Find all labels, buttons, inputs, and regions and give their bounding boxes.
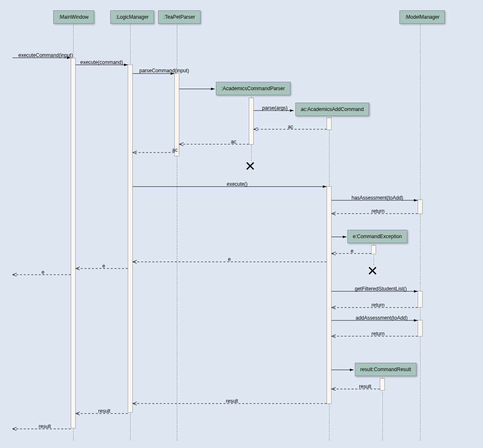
activation-academicscommandparser <box>249 98 254 145</box>
lifeline-modelmanager <box>420 25 421 441</box>
msg-label: e <box>42 269 45 275</box>
participant-teapetparser: :TeaPetParser <box>158 10 201 24</box>
msg-label: result <box>359 384 371 389</box>
msg-label: result <box>98 408 110 414</box>
activation-logicmanager <box>128 64 133 413</box>
participant-logicmanager: :LogicManager <box>110 10 154 24</box>
msg-label: execute(command) <box>80 59 123 65</box>
msg-label: return <box>372 302 384 308</box>
msg-label: return <box>372 208 384 214</box>
msg-label: ac <box>288 124 293 130</box>
msg-label: executeCommand(input) <box>18 52 73 58</box>
destroy-icon: ✕ <box>245 160 256 173</box>
msg-label: e <box>351 248 354 254</box>
participant-academicsaddcommand: ac:AcademicsAddCommand <box>295 103 369 116</box>
msg-label: parseCommand(input) <box>139 68 189 74</box>
msg-label: result <box>226 398 238 404</box>
msg-label: e <box>102 263 105 269</box>
msg-label: execute() <box>227 181 248 187</box>
msg-label: return <box>372 331 384 337</box>
msg-label: hasAssessment(toAdd) <box>352 195 403 201</box>
msg-label: ac <box>172 147 178 153</box>
activation-commandexception <box>371 245 376 254</box>
activation-modelmanager-1 <box>418 199 423 214</box>
msg-label: getFilteredStudentList() <box>355 286 407 292</box>
participant-academicscommandparser: :AcademicsCommandParser <box>216 82 290 95</box>
participant-commandresult: result:CommandResult <box>355 363 416 376</box>
participant-commandexception: e:CommandException <box>347 230 407 243</box>
participant-mainwindow: :MainWindow <box>53 10 94 24</box>
activation-modelmanager-3 <box>418 320 423 337</box>
activation-academicsaddcommand-1 <box>327 118 332 130</box>
participant-modelmanager: :ModelManager <box>399 10 445 24</box>
msg-label: addAssessment(toAdd) <box>356 315 408 321</box>
destroy-icon: ✕ <box>367 264 378 278</box>
msg-label: ac <box>231 139 236 145</box>
activation-commandresult <box>380 378 385 391</box>
msg-label: result <box>39 423 51 429</box>
activation-teapetparser <box>174 73 179 156</box>
activation-modelmanager-2 <box>418 291 423 308</box>
msg-label: parse(args) <box>262 105 287 111</box>
sequence-diagram-canvas: :MainWindow :LogicManager :TeaPetParser … <box>0 0 483 448</box>
activation-mainwindow <box>71 58 76 428</box>
activation-academicsaddcommand-2 <box>327 186 332 404</box>
msg-label: e <box>228 256 231 262</box>
